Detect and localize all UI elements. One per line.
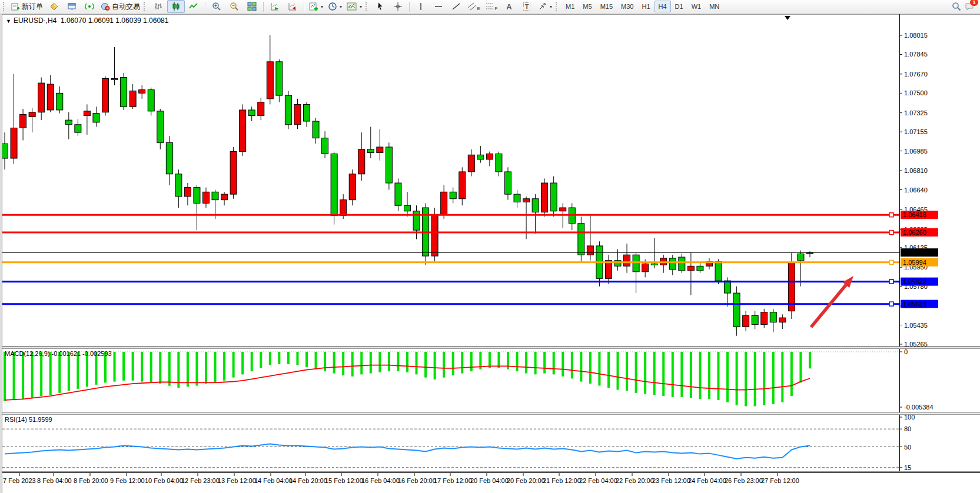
crosshair-icon xyxy=(393,2,403,11)
bar-chart-mode-button[interactable] xyxy=(150,0,167,13)
rsi-canvas[interactable]: 100805015 xyxy=(0,415,980,471)
timeframe-w1[interactable]: W1 xyxy=(687,1,706,12)
signals-button[interactable] xyxy=(81,0,98,13)
svg-text:1.07155: 1.07155 xyxy=(904,128,928,135)
template-icon xyxy=(347,2,357,11)
timeframe-d1[interactable]: D1 xyxy=(671,1,687,12)
macd-canvas[interactable]: 0-0.005384 xyxy=(0,349,980,412)
svg-text:1.06985: 1.06985 xyxy=(904,148,928,155)
dropdown-caret-icon: ▾ xyxy=(340,4,342,9)
new-order-button[interactable]: 新订单 xyxy=(9,0,45,13)
toolbar-grip[interactable] xyxy=(3,2,6,11)
autotrading-button[interactable]: 自动交易 xyxy=(98,0,142,13)
crosshair-tool-button[interactable] xyxy=(389,0,407,13)
periods-button[interactable]: ▾ xyxy=(325,0,344,13)
svg-text:16 Feb 04:00: 16 Feb 04:00 xyxy=(361,477,400,484)
templates-button[interactable]: ▾ xyxy=(344,0,364,13)
svg-text:21 Feb 12:00: 21 Feb 12:00 xyxy=(543,477,581,484)
chart-symbol-period: EURUSD-,H4 xyxy=(14,16,57,25)
svg-text:15: 15 xyxy=(904,464,911,471)
text-tool-icon: A xyxy=(506,2,511,11)
ohlc-bars-icon xyxy=(154,2,163,11)
svg-text:1.05265: 1.05265 xyxy=(904,341,928,347)
svg-text:1.06260: 1.06260 xyxy=(903,229,926,236)
svg-text:100: 100 xyxy=(904,415,915,421)
svg-text:0: 0 xyxy=(904,349,908,355)
timeframe-m5[interactable]: M5 xyxy=(579,1,596,12)
macd-pane[interactable]: MACD(12,26,9) -0.001621 -0.002593 0-0.00… xyxy=(0,349,980,412)
svg-text:24 Feb 04:00: 24 Feb 04:00 xyxy=(688,477,726,484)
svg-text:7 Feb 2023: 7 Feb 2023 xyxy=(3,477,36,484)
timeframe-group: M1M5M15M30H1H4D1W1MN xyxy=(562,1,723,12)
svg-text:17 Feb 12:00: 17 Feb 12:00 xyxy=(434,477,472,484)
chart-shift-button[interactable] xyxy=(284,0,301,13)
market-button[interactable] xyxy=(45,0,63,13)
tile-windows-button[interactable] xyxy=(243,0,261,13)
cursor-tool-button[interactable] xyxy=(371,0,389,13)
price-chart-canvas[interactable]: 1.080151.078451.076701.075001.073251.071… xyxy=(0,14,980,347)
svg-text:10 Feb 04:00: 10 Feb 04:00 xyxy=(145,477,183,484)
search-icon[interactable] xyxy=(952,2,961,11)
timeframe-h1[interactable]: H1 xyxy=(637,1,654,12)
toolbar-grip[interactable] xyxy=(144,2,147,11)
chart-ohlc-values: 1.06070 1.06091 1.06039 1.06081 xyxy=(61,16,169,25)
timeframe-m30[interactable]: M30 xyxy=(617,1,637,12)
svg-text:22 Feb 04:00: 22 Feb 04:00 xyxy=(579,477,617,484)
zoom-out-icon xyxy=(230,2,239,11)
pane-splitter[interactable] xyxy=(0,347,980,349)
time-axis[interactable]: 7 Feb 20238 Feb 04:008 Feb 20:009 Feb 12… xyxy=(0,471,980,493)
timeframe-h4[interactable]: H4 xyxy=(655,1,671,12)
auto-scroll-icon xyxy=(270,2,280,11)
toolbar-grip[interactable] xyxy=(556,2,559,11)
fibonacci-tool-button[interactable]: F xyxy=(483,0,500,13)
autotrading-label: 自动交易 xyxy=(112,2,140,12)
svg-text:1.07325: 1.07325 xyxy=(904,109,928,116)
text-tool-button[interactable]: A xyxy=(500,0,518,13)
main-chart-pane[interactable]: ▼EURUSD-,H4 1.06070 1.06091 1.06039 1.06… xyxy=(0,14,980,347)
timeframe-m1[interactable]: M1 xyxy=(562,1,579,12)
svg-text:1.06416: 1.06416 xyxy=(903,211,926,218)
arrow-shapes-icon xyxy=(538,2,547,11)
main-toolbar: 新订单 自动交易 ▾ ▾ xyxy=(0,0,980,14)
fibonacci-icon xyxy=(486,2,495,11)
vertical-line-icon xyxy=(417,2,425,11)
monitor-icon xyxy=(67,2,77,11)
charts-window-button[interactable] xyxy=(63,0,81,13)
svg-text:80: 80 xyxy=(904,425,911,432)
indicators-button[interactable]: ▾ xyxy=(307,0,325,13)
collapse-triangle-icon: ▼ xyxy=(6,18,11,24)
svg-text:1.07845: 1.07845 xyxy=(904,51,928,58)
svg-text:8 Feb 20:00: 8 Feb 20:00 xyxy=(74,477,108,484)
trendline-tool-button[interactable] xyxy=(447,0,465,13)
horizontal-line-tool-button[interactable] xyxy=(430,0,447,13)
rsi-pane[interactable]: RSI(14) 51.9599 100805015 xyxy=(0,415,980,471)
line-chart-mode-button[interactable] xyxy=(185,0,202,13)
rsi-label: RSI(14) 51.9599 xyxy=(5,416,52,423)
toolbar-right-group: 1 xyxy=(952,2,978,11)
dropdown-caret-icon: ▾ xyxy=(360,4,362,9)
time-axis-canvas: 7 Feb 20238 Feb 04:008 Feb 20:009 Feb 12… xyxy=(0,471,980,493)
zoom-out-button[interactable] xyxy=(225,0,243,13)
signal-icon xyxy=(85,2,94,11)
svg-text:9 Feb 12:00: 9 Feb 12:00 xyxy=(110,477,145,484)
pane-splitter[interactable] xyxy=(0,412,980,415)
arrows-tool-button[interactable]: ▾ xyxy=(536,0,554,13)
notifications-button[interactable]: 1 xyxy=(965,2,975,11)
svg-text:1.07670: 1.07670 xyxy=(904,71,928,78)
vertical-line-tool-button[interactable] xyxy=(412,0,430,13)
tile-windows-icon xyxy=(247,2,257,11)
timeframe-m15[interactable]: M15 xyxy=(596,1,617,12)
toolbar-separator xyxy=(263,2,264,12)
svg-text:1.08015: 1.08015 xyxy=(904,32,928,39)
svg-text:13 Feb 12:00: 13 Feb 12:00 xyxy=(218,477,256,484)
auto-scroll-button[interactable] xyxy=(266,0,284,13)
channel-tool-button[interactable]: E xyxy=(465,0,483,13)
candlestick-mode-button[interactable] xyxy=(167,0,185,13)
timeframe-mn[interactable]: MN xyxy=(705,1,723,12)
toolbar-grip[interactable] xyxy=(366,2,369,11)
zoom-in-button[interactable] xyxy=(208,0,225,13)
svg-text:1.06810: 1.06810 xyxy=(904,167,928,174)
svg-text:16 Feb 20:00: 16 Feb 20:00 xyxy=(398,477,436,484)
svg-text:12 Feb 23:00: 12 Feb 23:00 xyxy=(181,477,220,484)
text-label-tool-button[interactable]: T xyxy=(518,0,536,13)
